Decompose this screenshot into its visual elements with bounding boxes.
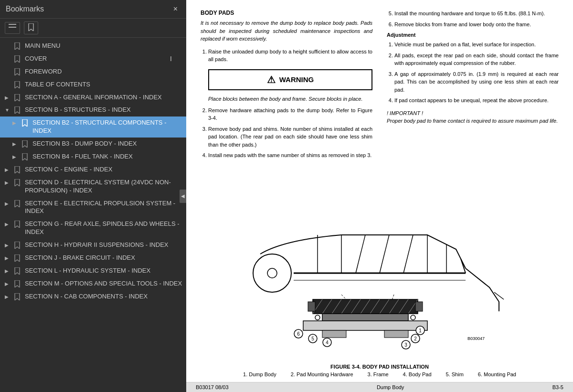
svg-line-10 xyxy=(380,235,389,273)
warning-text: WARNING xyxy=(279,75,314,84)
legend-item-2: 2. Pad Mounting Hardware xyxy=(291,371,353,377)
bookmark-label-section-n: SECTION N - CAB COMPONENTS - INDEX xyxy=(25,293,182,301)
bookmark-label-section-l: SECTION L - HYDRAULIC SYSTEM - INDEX xyxy=(25,267,182,275)
warning-caption: Place blocks between the body and frame.… xyxy=(208,96,372,102)
toolbar-menu-button[interactable] xyxy=(5,22,20,34)
steps-list-left: Raise the unloaded dump body to a height… xyxy=(201,48,372,159)
cursor-indicator: I xyxy=(170,54,172,63)
bookmark-toggle-section-b[interactable]: ▼ xyxy=(5,106,12,113)
warning-box: ⚠ WARNING xyxy=(208,69,372,90)
bookmark-item-section-j[interactable]: ▶SECTION J - BRAKE CIRCUIT - INDEX xyxy=(0,252,186,265)
svg-rect-0 xyxy=(9,24,16,25)
bookmark-toggle-section-n[interactable]: ▶ xyxy=(5,293,12,300)
bookmarks-toolbar xyxy=(0,19,186,38)
legend-item-3: 3. Frame xyxy=(368,371,389,377)
bookmark-item-section-a[interactable]: ▶SECTION A - GENERAL INFORMATION - INDEX xyxy=(0,91,186,104)
bookmark-item-section-n[interactable]: ▶SECTION N - CAB COMPONENTS - INDEX xyxy=(0,290,186,303)
important-note: ! IMPORTANT ! Proper body pad to frame c… xyxy=(387,109,559,125)
legend-item-1: 1. Dump Body xyxy=(243,371,276,377)
bookmark-icon-cover xyxy=(14,55,22,63)
bookmark-label-main-menu: MAIN MENU xyxy=(25,42,182,50)
document-panel: ◀ BODY PADS It is not necessary to remov… xyxy=(186,0,573,392)
menu-icon xyxy=(9,24,16,31)
bookmark-toggle-section-c[interactable]: ▶ xyxy=(5,166,12,173)
step-2: Remove hardware attaching pads to the du… xyxy=(208,106,372,122)
close-button[interactable]: × xyxy=(170,4,180,14)
svg-text:5: 5 xyxy=(311,336,314,341)
bookmark-toggle-section-l[interactable]: ▶ xyxy=(5,267,12,274)
bookmark-label-section-j: SECTION J - BRAKE CIRCUIT - INDEX xyxy=(25,254,182,262)
figure-area: 6 5 4 1 2 3 B030047 FIGURE 3-4. BODY PAD… xyxy=(186,225,573,382)
bookmark-item-foreword[interactable]: FOREWORD xyxy=(0,65,186,78)
bookmark-icon-section-n xyxy=(14,293,22,300)
bookmark-toggle-section-e[interactable]: ▶ xyxy=(5,200,12,207)
step-5: Install the mounting hardware and torque… xyxy=(394,10,559,18)
collapse-panel-button[interactable]: ◀ xyxy=(180,190,186,203)
bookmark-item-section-b2[interactable]: ▶SECTION B2 - STRUCTURAL COMPONENTS - IN… xyxy=(0,117,186,138)
bookmark-icon-section-j xyxy=(14,254,22,262)
bookmarks-list: MAIN MENUCOVERIFOREWORDTABLE OF CONTENTS… xyxy=(0,38,186,392)
warning-triangle-icon: ⚠ xyxy=(267,74,276,85)
svg-point-36 xyxy=(315,315,320,320)
step-1: Raise the unloaded dump body to a height… xyxy=(208,48,372,64)
bookmark-toggle-toc xyxy=(5,81,12,82)
bookmark-label-section-h: SECTION H - HYDRAIR II SUSPENSIONS - IND… xyxy=(25,241,182,249)
svg-line-9 xyxy=(356,235,365,273)
svg-rect-31 xyxy=(415,302,423,311)
bookmark-label-section-a: SECTION A - GENERAL INFORMATION - INDEX xyxy=(25,94,182,102)
svg-rect-2 xyxy=(12,27,16,28)
bookmark-icon xyxy=(28,23,34,31)
bookmark-label-toc: TABLE OF CONTENTS xyxy=(25,81,182,89)
figure-caption: FIGURE 3-4. BODY PAD INSTALLATION xyxy=(201,364,559,370)
legend-item-4: 4. Body Pad xyxy=(403,371,432,377)
bookmark-item-section-b4[interactable]: ▶SECTION B4 - FUEL TANK - INDEX xyxy=(0,150,186,163)
step-3: Remove body pad and shims. Note number o… xyxy=(208,125,372,149)
bookmark-toggle-section-m[interactable]: ▶ xyxy=(5,280,12,287)
bookmark-icon-section-a xyxy=(14,94,22,101)
step-4: Install new pads with the same number of… xyxy=(208,151,372,159)
bookmark-item-section-c[interactable]: ▶SECTION C - ENGINE - INDEX xyxy=(0,163,186,176)
bookmark-item-cover[interactable]: COVERI xyxy=(0,53,186,65)
bookmark-item-section-b[interactable]: ▼SECTION B - STRUCTURES - INDEX xyxy=(0,104,186,117)
bookmark-label-foreword: FOREWORD xyxy=(25,68,182,76)
document-right-column: Install the mounting hardware and torque… xyxy=(387,10,559,216)
bookmark-item-section-d[interactable]: ▶SECTION D - ELECTRICAL SYSTEM (24VDC NO… xyxy=(0,176,186,197)
bookmark-toggle-cover xyxy=(5,55,12,56)
footer-left: B03017 08/03 xyxy=(196,384,229,390)
bookmark-icon-main-menu xyxy=(14,42,22,50)
bookmark-toggle-section-b2[interactable]: ▶ xyxy=(12,119,20,126)
svg-rect-30 xyxy=(308,302,315,311)
bookmark-toggle-section-a[interactable]: ▶ xyxy=(5,94,12,101)
bookmark-icon-section-b4 xyxy=(22,153,30,160)
bookmark-toggle-section-b4[interactable]: ▶ xyxy=(12,153,20,160)
toolbar-bookmark-button[interactable] xyxy=(24,21,38,34)
bookmark-item-section-h[interactable]: ▶SECTION H - HYDRAIR II SUSPENSIONS - IN… xyxy=(0,239,186,252)
bookmark-label-cover: COVER xyxy=(25,55,182,63)
figure-legend: 1. Dump Body 2. Pad Mounting Hardware 3.… xyxy=(201,371,559,377)
svg-rect-35 xyxy=(384,330,408,338)
bookmark-item-main-menu[interactable]: MAIN MENU xyxy=(0,40,186,53)
bookmark-item-section-l[interactable]: ▶SECTION L - HYDRAULIC SYSTEM - INDEX xyxy=(0,265,186,277)
svg-text:4: 4 xyxy=(326,340,329,345)
bookmark-item-section-e[interactable]: ▶SECTION E - ELECTRICAL PROPULSION SYSTE… xyxy=(0,197,186,218)
bookmark-label-section-b3: SECTION B3 - DUMP BODY - INDEX xyxy=(32,140,182,148)
svg-point-4 xyxy=(267,268,277,278)
svg-line-11 xyxy=(403,235,413,273)
svg-text:1: 1 xyxy=(419,328,422,333)
bookmark-toggle-section-h[interactable]: ▶ xyxy=(5,241,12,248)
bookmark-item-toc[interactable]: TABLE OF CONTENTS xyxy=(0,78,186,91)
bookmark-toggle-section-d[interactable]: ▶ xyxy=(5,179,12,186)
adj-step-3: A gap of approximately 0.075 in. (1.9 mm… xyxy=(394,70,559,94)
steps-list-right: Install the mounting hardware and torque… xyxy=(387,10,559,28)
bookmark-toggle-section-b3[interactable]: ▶ xyxy=(12,140,20,147)
legend-item-6: 6. Mounting Pad xyxy=(478,371,516,377)
bookmark-toggle-section-g[interactable]: ▶ xyxy=(5,220,12,227)
bookmark-item-section-g[interactable]: ▶SECTION G - REAR AXLE, SPINDLES AND WHE… xyxy=(0,218,186,239)
bookmark-label-section-c: SECTION C - ENGINE - INDEX xyxy=(25,166,182,174)
figure-ref: B030047 xyxy=(467,336,485,341)
svg-text:3: 3 xyxy=(404,342,407,348)
adj-step-4: If pad contact appears to be unequal, re… xyxy=(394,96,559,105)
bookmark-item-section-m[interactable]: ▶SECTION M - OPTIONS AND SPECIAL TOOLS -… xyxy=(0,277,186,290)
bookmark-item-section-b3[interactable]: ▶SECTION B3 - DUMP BODY - INDEX xyxy=(0,138,186,150)
bookmark-toggle-section-j[interactable]: ▶ xyxy=(5,254,12,261)
